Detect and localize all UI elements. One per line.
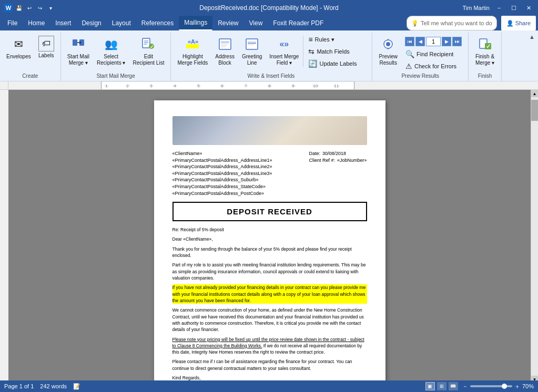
date-row: «ClientName» «PrimaryContactPostalAddres… — [172, 150, 367, 197]
ribbon-group-create: ✉ Envelopes 🏷 Labels Create — [0, 33, 61, 81]
ribbon-collapse-button[interactable]: ▲ — [529, 34, 535, 40]
edit-recipient-icon: ✓ — [140, 36, 157, 53]
update-labels-button[interactable]: 🔄 Update Labels — [304, 58, 368, 69]
highlight-merge-fields-label: HighlightMerge Fields — [177, 54, 208, 66]
print-layout-button[interactable]: ▣ — [425, 382, 435, 390]
job-number: «JobNumber» — [337, 157, 367, 164]
preview-results-icon — [380, 36, 397, 53]
para-5-underlined: Please note your pricing will be fixed u… — [172, 337, 364, 348]
para-5: Please note your pricing will be fixed u… — [172, 336, 367, 356]
preview-last-button[interactable]: ⏭ — [452, 37, 462, 46]
left-ruler — [0, 90, 8, 383]
address-line2: «PrimaryContactPostalAddress_AddressLine… — [172, 163, 272, 170]
match-fields-label: Match Fields — [317, 48, 349, 55]
menu-file[interactable]: File — [2, 16, 23, 30]
ribbon-group-start-mail-merge: Start MailMerge ▾ 👥 SelectRecipients ▾ ✓… — [61, 33, 171, 81]
word-logo-icon: W — [4, 4, 13, 12]
para-2: Part of my role is to assist you with me… — [172, 262, 367, 281]
address-block-button[interactable]: AddressBlock — [212, 34, 238, 68]
match-fields-button[interactable]: ⇆ Match Fields — [304, 46, 368, 57]
menu-references[interactable]: References — [136, 16, 179, 30]
ribbon-group-preview: PreviewResults ⏮ ◀ ▶ ⏭ 🔍 Find Recipient — [372, 33, 469, 81]
read-mode-button[interactable]: 📖 — [449, 382, 458, 390]
para-highlighted: If you have not already provided your fi… — [172, 284, 367, 304]
select-recipients-label: SelectRecipients ▾ — [97, 54, 125, 66]
menu-home[interactable]: Home — [23, 16, 50, 30]
svg-text:·9·: ·9· — [291, 84, 296, 88]
zoom-slider[interactable] — [470, 385, 512, 387]
select-recipients-button[interactable]: 👥 SelectRecipients ▾ — [94, 34, 128, 68]
greeting-line-button[interactable]: GreetingLine — [239, 34, 265, 68]
save-icon[interactable]: 💾 — [15, 4, 23, 12]
vertical-scrollbar[interactable]: ▲ ▼ — [531, 90, 538, 383]
preview-page-input[interactable] — [426, 37, 441, 46]
edit-recipient-list-label: EditRecipient List — [133, 54, 164, 66]
highlight-merge-fields-button[interactable]: «A» HighlightMerge Fields — [174, 34, 211, 68]
edit-recipient-list-button[interactable]: ✓ EditRecipient List — [129, 34, 167, 68]
undo-icon[interactable]: ↩ — [25, 4, 34, 12]
menu-bar: File Home Insert Design Layout Reference… — [0, 16, 538, 30]
title-bar-right: Tim Martin − ☐ ✕ — [462, 3, 534, 13]
check-for-errors-button[interactable]: ⚠ Check for Errors — [402, 60, 465, 72]
svg-text:✓: ✓ — [486, 43, 491, 49]
svg-rect-17 — [246, 39, 258, 49]
zoom-out-button[interactable]: － — [462, 383, 468, 390]
menu-foxit[interactable]: Foxit Reader PDF — [268, 16, 329, 30]
minimize-button[interactable]: − — [494, 3, 504, 13]
finish-merge-button[interactable]: ✓ Finish &Merge ▾ — [472, 34, 498, 68]
insert-merge-field-icon: «» — [276, 36, 292, 53]
svg-text:·7·: ·7· — [243, 84, 248, 88]
client-ref-row: Client Ref #: «JobNumber» — [309, 157, 367, 164]
create-group-label: Create — [22, 73, 38, 80]
preview-first-button[interactable]: ⏮ — [405, 37, 414, 46]
para-1: Thank you for sending through the balanc… — [172, 246, 367, 259]
find-recipient-button[interactable]: 🔍 Find Recipient — [402, 48, 465, 60]
labels-button[interactable]: 🏷 Labels — [35, 34, 57, 60]
ruler-corner — [0, 81, 8, 89]
scroll-thumb[interactable] — [531, 100, 538, 121]
menu-view[interactable]: View — [244, 16, 268, 30]
redo-icon[interactable]: ↪ — [36, 4, 44, 12]
preview-next-button[interactable]: ▶ — [442, 37, 451, 46]
restore-button[interactable]: ☐ — [509, 3, 519, 13]
customize-icon[interactable]: ▾ — [46, 4, 55, 12]
menu-review[interactable]: Review — [212, 16, 243, 30]
tell-me-input[interactable]: 💡 Tell me what you want to do — [407, 16, 497, 30]
zoom-in-button[interactable]: ＋ — [514, 383, 520, 390]
start-mail-merge-button[interactable]: Start MailMerge ▾ — [64, 34, 93, 68]
find-recipient-icon: 🔍 — [405, 50, 414, 58]
view-buttons: ▣ ⊞ 📖 — [425, 382, 458, 390]
share-button[interactable]: 👤 Share — [501, 16, 536, 30]
preview-small-group: 🔍 Find Recipient ⚠ Check for Errors — [402, 48, 465, 72]
svg-text:·8·: ·8· — [267, 84, 272, 88]
address-line3: «PrimaryContactPostalAddress_AddressLine… — [172, 170, 272, 177]
menu-design[interactable]: Design — [76, 16, 106, 30]
svg-text:·11·: ·11· — [333, 84, 340, 88]
update-labels-icon: 🔄 — [308, 59, 317, 68]
svg-text:✓: ✓ — [150, 44, 154, 49]
title-bar-left: W 💾 ↩ ↪ ▾ — [4, 4, 55, 12]
greeting-line-label: GreetingLine — [242, 54, 262, 66]
left-ruler-ticks — [0, 90, 8, 383]
preview-results-label: PreviewResults — [379, 54, 398, 66]
address-postcode: «PrimaryContactPostalAddress_PostCode» — [172, 190, 272, 197]
svg-rect-4 — [143, 38, 150, 48]
web-layout-button[interactable]: ⊞ — [437, 382, 446, 390]
zoom-level[interactable]: 70% — [522, 383, 534, 389]
menu-insert[interactable]: Insert — [50, 16, 76, 30]
menu-layout[interactable]: Layout — [107, 16, 136, 30]
zoom-area: － ＋ 70% — [462, 383, 534, 390]
page-info: Page 1 of 1 — [4, 383, 34, 390]
find-recipient-label: Find Recipient — [417, 51, 453, 57]
close-button[interactable]: ✕ — [523, 3, 534, 13]
insert-merge-field-button[interactable]: «» Insert MergeField ▾ — [266, 34, 302, 68]
address-block-icon — [217, 36, 234, 53]
envelopes-button[interactable]: ✉ Envelopes — [3, 34, 34, 61]
scroll-up-button[interactable]: ▲ — [531, 90, 539, 97]
select-recipients-icon: 👥 — [103, 36, 119, 53]
rules-button[interactable]: ≡ Rules ▾ — [304, 34, 368, 45]
preview-prev-button[interactable]: ◀ — [415, 37, 425, 46]
menu-mailings[interactable]: Mailings — [179, 16, 212, 30]
preview-results-button[interactable]: PreviewResults — [375, 34, 401, 68]
para-6: Please contact me if I can be of assista… — [172, 358, 367, 372]
